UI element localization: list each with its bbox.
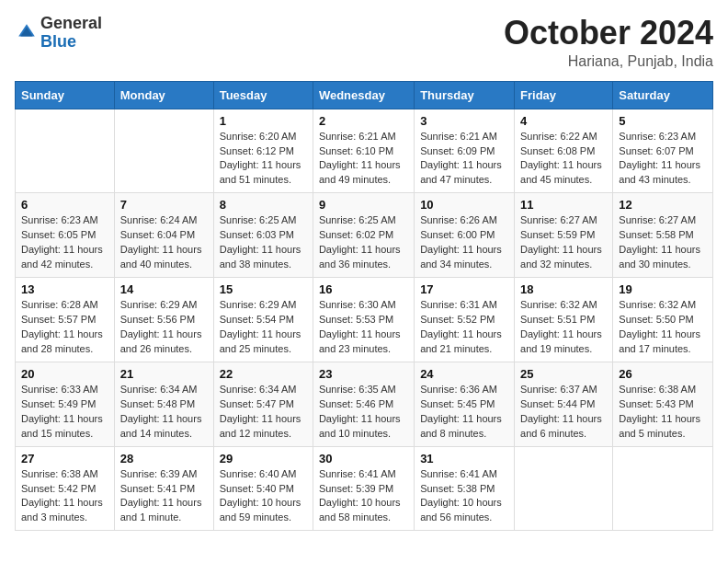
day-info: Sunrise: 6:41 AM Sunset: 5:39 PM Dayligh… [319, 467, 408, 526]
day-number: 17 [420, 282, 508, 296]
calendar-day-cell: 4Sunrise: 6:22 AM Sunset: 6:08 PM Daylig… [515, 109, 613, 193]
calendar-day-cell: 30Sunrise: 6:41 AM Sunset: 5:39 PM Dayli… [313, 446, 414, 531]
logo-icon [17, 22, 37, 42]
calendar-day-cell: 6Sunrise: 6:23 AM Sunset: 6:05 PM Daylig… [16, 193, 115, 278]
day-info: Sunrise: 6:39 AM Sunset: 5:41 PM Dayligh… [120, 467, 208, 526]
weekday-header-cell: Thursday [415, 81, 515, 109]
day-info: Sunrise: 6:25 AM Sunset: 6:02 PM Dayligh… [319, 213, 408, 272]
day-number: 4 [520, 114, 607, 128]
calendar-week-row: 13Sunrise: 6:28 AM Sunset: 5:57 PM Dayli… [16, 278, 713, 362]
logo-blue: Blue [40, 33, 102, 52]
calendar-week-row: 27Sunrise: 6:38 AM Sunset: 5:42 PM Dayli… [16, 446, 713, 531]
day-number: 1 [220, 114, 307, 128]
calendar-week-row: 20Sunrise: 6:33 AM Sunset: 5:49 PM Dayli… [16, 362, 713, 446]
calendar-day-cell [613, 446, 713, 531]
calendar-day-cell: 15Sunrise: 6:29 AM Sunset: 5:54 PM Dayli… [213, 278, 313, 362]
calendar-day-cell: 28Sunrise: 6:39 AM Sunset: 5:41 PM Dayli… [114, 446, 213, 531]
calendar-day-cell: 11Sunrise: 6:27 AM Sunset: 5:59 PM Dayli… [515, 193, 613, 278]
weekday-header-row: SundayMondayTuesdayWednesdayThursdayFrid… [16, 81, 713, 109]
day-number: 28 [120, 452, 208, 465]
day-info: Sunrise: 6:29 AM Sunset: 5:54 PM Dayligh… [220, 298, 307, 357]
calendar-day-cell: 16Sunrise: 6:30 AM Sunset: 5:53 PM Dayli… [313, 278, 414, 362]
day-number: 30 [319, 452, 408, 465]
day-info: Sunrise: 6:22 AM Sunset: 6:08 PM Dayligh… [520, 130, 607, 189]
day-info: Sunrise: 6:35 AM Sunset: 5:46 PM Dayligh… [319, 383, 408, 442]
day-info: Sunrise: 6:38 AM Sunset: 5:43 PM Dayligh… [619, 383, 707, 442]
day-info: Sunrise: 6:27 AM Sunset: 5:58 PM Dayligh… [619, 213, 707, 272]
logo-general: General [40, 15, 102, 33]
day-info: Sunrise: 6:36 AM Sunset: 5:45 PM Dayligh… [420, 383, 508, 442]
day-info: Sunrise: 6:27 AM Sunset: 5:59 PM Dayligh… [520, 213, 607, 272]
day-info: Sunrise: 6:40 AM Sunset: 5:40 PM Dayligh… [220, 467, 307, 526]
calendar-day-cell: 23Sunrise: 6:35 AM Sunset: 5:46 PM Dayli… [313, 362, 414, 446]
location-title: Hariana, Punjab, India [504, 53, 713, 70]
day-info: Sunrise: 6:24 AM Sunset: 6:04 PM Dayligh… [120, 213, 208, 272]
day-number: 31 [420, 452, 508, 465]
day-number: 8 [220, 198, 307, 212]
day-number: 2 [319, 114, 408, 128]
day-number: 24 [420, 367, 508, 381]
calendar-table: SundayMondayTuesdayWednesdayThursdayFrid… [15, 81, 713, 532]
calendar-day-cell: 22Sunrise: 6:34 AM Sunset: 5:47 PM Dayli… [213, 362, 313, 446]
calendar-week-row: 1Sunrise: 6:20 AM Sunset: 6:12 PM Daylig… [16, 109, 713, 193]
day-number: 7 [120, 198, 208, 212]
day-info: Sunrise: 6:23 AM Sunset: 6:05 PM Dayligh… [21, 213, 108, 272]
weekday-header-cell: Saturday [613, 81, 713, 109]
day-number: 18 [520, 282, 607, 296]
day-number: 13 [21, 282, 108, 296]
day-number: 29 [220, 452, 307, 465]
day-number: 6 [21, 198, 108, 212]
day-number: 22 [220, 367, 307, 381]
day-info: Sunrise: 6:21 AM Sunset: 6:09 PM Dayligh… [420, 130, 508, 189]
day-info: Sunrise: 6:37 AM Sunset: 5:44 PM Dayligh… [520, 383, 607, 442]
day-number: 3 [420, 114, 508, 128]
day-info: Sunrise: 6:33 AM Sunset: 5:49 PM Dayligh… [21, 383, 108, 442]
day-number: 5 [619, 114, 707, 128]
calendar-day-cell: 18Sunrise: 6:32 AM Sunset: 5:51 PM Dayli… [515, 278, 613, 362]
day-number: 19 [619, 282, 707, 296]
calendar-day-cell: 29Sunrise: 6:40 AM Sunset: 5:40 PM Dayli… [213, 446, 313, 531]
logo: General Blue [15, 15, 102, 52]
calendar-day-cell: 12Sunrise: 6:27 AM Sunset: 5:58 PM Dayli… [613, 193, 713, 278]
day-info: Sunrise: 6:28 AM Sunset: 5:57 PM Dayligh… [21, 298, 108, 357]
calendar-day-cell [16, 109, 115, 193]
calendar-day-cell: 3Sunrise: 6:21 AM Sunset: 6:09 PM Daylig… [415, 109, 515, 193]
day-number: 26 [619, 367, 707, 381]
day-number: 16 [319, 282, 408, 296]
title-area: October 2024 Hariana, Punjab, India [504, 15, 713, 70]
calendar-day-cell: 31Sunrise: 6:41 AM Sunset: 5:38 PM Dayli… [415, 446, 515, 531]
calendar-day-cell [515, 446, 613, 531]
day-info: Sunrise: 6:25 AM Sunset: 6:03 PM Dayligh… [220, 213, 307, 272]
day-number: 10 [420, 198, 508, 212]
day-number: 12 [619, 198, 707, 212]
calendar-day-cell: 25Sunrise: 6:37 AM Sunset: 5:44 PM Dayli… [515, 362, 613, 446]
calendar-day-cell: 24Sunrise: 6:36 AM Sunset: 5:45 PM Dayli… [415, 362, 515, 446]
day-info: Sunrise: 6:31 AM Sunset: 5:52 PM Dayligh… [420, 298, 508, 357]
day-info: Sunrise: 6:23 AM Sunset: 6:07 PM Dayligh… [619, 130, 707, 189]
calendar-day-cell: 21Sunrise: 6:34 AM Sunset: 5:48 PM Dayli… [114, 362, 213, 446]
day-info: Sunrise: 6:34 AM Sunset: 5:47 PM Dayligh… [220, 383, 307, 442]
day-info: Sunrise: 6:20 AM Sunset: 6:12 PM Dayligh… [220, 130, 307, 189]
calendar-day-cell: 14Sunrise: 6:29 AM Sunset: 5:56 PM Dayli… [114, 278, 213, 362]
page-header: General Blue October 2024 Hariana, Punja… [15, 15, 713, 70]
calendar-day-cell: 8Sunrise: 6:25 AM Sunset: 6:03 PM Daylig… [213, 193, 313, 278]
day-info: Sunrise: 6:38 AM Sunset: 5:42 PM Dayligh… [21, 467, 108, 526]
calendar-day-cell: 17Sunrise: 6:31 AM Sunset: 5:52 PM Dayli… [415, 278, 515, 362]
day-info: Sunrise: 6:26 AM Sunset: 6:00 PM Dayligh… [420, 213, 508, 272]
weekday-header-cell: Monday [114, 81, 213, 109]
calendar-day-cell: 9Sunrise: 6:25 AM Sunset: 6:02 PM Daylig… [313, 193, 414, 278]
calendar-body: 1Sunrise: 6:20 AM Sunset: 6:12 PM Daylig… [16, 109, 713, 531]
day-number: 25 [520, 367, 607, 381]
day-number: 20 [21, 367, 108, 381]
calendar-day-cell: 13Sunrise: 6:28 AM Sunset: 5:57 PM Dayli… [16, 278, 115, 362]
calendar-day-cell [114, 109, 213, 193]
day-number: 21 [120, 367, 208, 381]
weekday-header-cell: Friday [515, 81, 613, 109]
day-number: 15 [220, 282, 307, 296]
calendar-day-cell: 7Sunrise: 6:24 AM Sunset: 6:04 PM Daylig… [114, 193, 213, 278]
calendar-day-cell: 20Sunrise: 6:33 AM Sunset: 5:49 PM Dayli… [16, 362, 115, 446]
month-title: October 2024 [504, 15, 713, 52]
day-info: Sunrise: 6:32 AM Sunset: 5:50 PM Dayligh… [619, 298, 707, 357]
day-info: Sunrise: 6:32 AM Sunset: 5:51 PM Dayligh… [520, 298, 607, 357]
day-number: 14 [120, 282, 208, 296]
